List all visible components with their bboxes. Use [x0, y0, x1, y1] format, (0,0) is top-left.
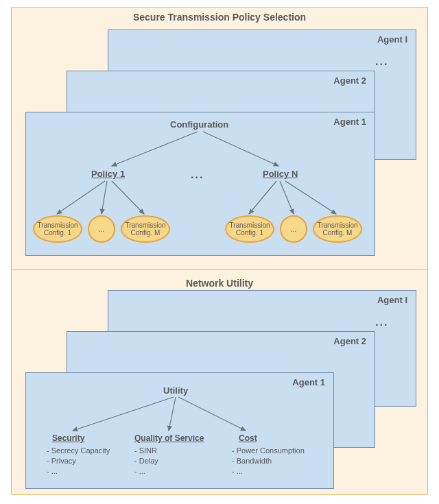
- svg-line-4: [112, 181, 144, 214]
- list-item: - Bandwidth: [232, 456, 305, 466]
- bottom-section-title: Network Utility: [12, 274, 427, 289]
- list-item: - Power Consumption: [232, 446, 305, 456]
- tx-config-1-left: Transmission Config. 1: [33, 215, 82, 243]
- agent-label: Agent 1: [333, 117, 366, 127]
- tx-config-1-right: Transmission Config. 1: [225, 215, 274, 243]
- diagram-container: Secure Transmission Policy Selection Age…: [11, 7, 428, 495]
- configuration-node: Configuration: [170, 119, 228, 130]
- qos-items: - SINR - Delay - ...: [134, 446, 158, 477]
- svg-line-9: [169, 397, 176, 431]
- agent-label: Agent 1: [292, 377, 325, 387]
- agent-label: Agent 2: [333, 75, 366, 86]
- svg-line-6: [280, 181, 294, 214]
- security-items: - Secrecy Capacity - Privacy - ...: [47, 446, 110, 477]
- list-item: - ...: [134, 466, 158, 477]
- cost-items: - Power Consumption - Bandwidth - ...: [232, 446, 305, 477]
- list-item: - ...: [232, 466, 305, 477]
- bottom-panel-agent-1: Agent 1 Utility Security - Secrecy Capac…: [25, 372, 334, 489]
- svg-line-7: [285, 181, 336, 214]
- tx-ellipsis-right: ...: [280, 215, 307, 243]
- qos-head: Quality of Service: [134, 433, 204, 443]
- stack-ellipsis-icon: ...: [375, 56, 388, 68]
- agent-label: Agent I: [377, 34, 407, 45]
- top-agent-stack: Agent I ... Agent 2 Agent 1 Configuratio…: [25, 29, 415, 254]
- tx-config-m-right: Transmission Config. M: [313, 215, 362, 243]
- list-item: - Privacy: [47, 456, 110, 466]
- utility-node: Utility: [163, 385, 188, 396]
- section-divider: [12, 269, 427, 270]
- policy-ellipsis: ...: [191, 169, 204, 181]
- tx-ellipsis-left: ...: [88, 215, 115, 243]
- list-item: - Secrecy Capacity: [47, 446, 110, 456]
- policy-1-node: Policy 1: [91, 169, 125, 179]
- svg-line-1: [203, 132, 278, 166]
- svg-line-10: [178, 397, 246, 431]
- svg-line-5: [249, 181, 276, 214]
- list-item: - Delay: [134, 456, 158, 466]
- agent-label: Agent 2: [333, 336, 366, 346]
- svg-line-8: [73, 397, 174, 431]
- bottom-agent-stack: Agent I ... Agent 2 Agent 1 Utility Secu…: [25, 290, 415, 488]
- policy-n-node: Policy N: [263, 169, 298, 179]
- top-panel-agent-1: Agent 1 Configuration Policy 1 ... Polic…: [25, 112, 375, 256]
- tx-config-m-left: Transmission Config. M: [121, 215, 170, 243]
- stack-ellipsis-icon: ...: [375, 316, 388, 328]
- svg-line-0: [112, 132, 198, 166]
- top-section-title: Secure Transmission Policy Selection: [12, 8, 427, 23]
- list-item: - ...: [47, 466, 110, 477]
- security-head: Security: [52, 433, 84, 443]
- list-item: - SINR: [134, 446, 158, 456]
- agent-label: Agent I: [377, 295, 407, 305]
- svg-line-3: [102, 181, 107, 214]
- cost-head: Cost: [239, 433, 257, 443]
- svg-line-2: [57, 181, 105, 214]
